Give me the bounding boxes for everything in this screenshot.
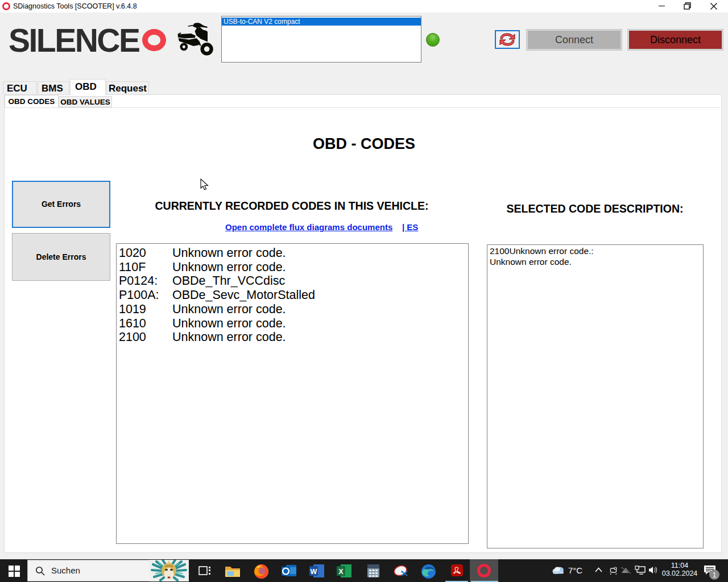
svg-text:W: W (311, 568, 317, 576)
svg-text:X: X (338, 568, 344, 576)
svg-text:1: 1 (713, 571, 717, 579)
